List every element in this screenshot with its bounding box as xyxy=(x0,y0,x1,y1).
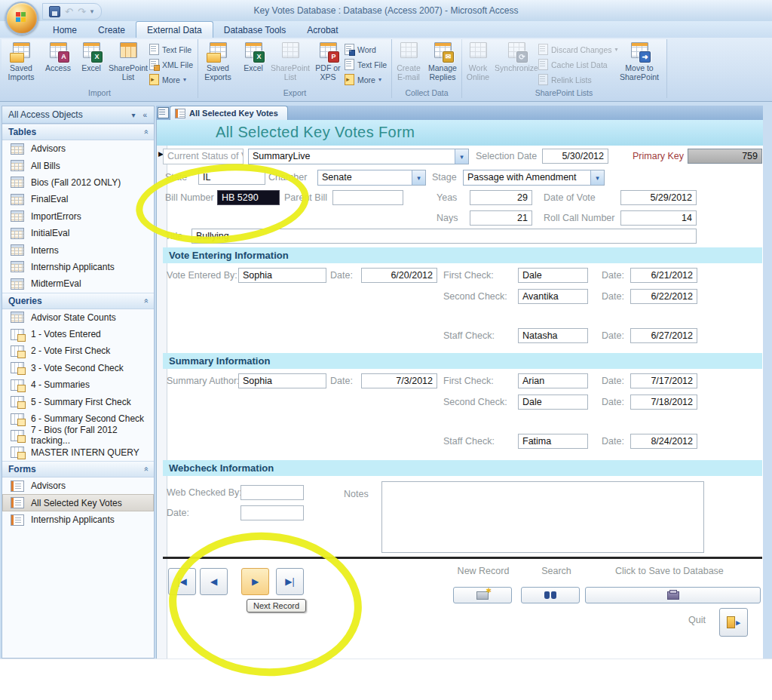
import-more-button[interactable]: More▾ xyxy=(149,74,196,85)
import-xml-file-button[interactable]: XML File xyxy=(149,59,196,70)
quit-button[interactable]: ▸ xyxy=(719,608,748,637)
summary-staff-check-field[interactable]: Fatima xyxy=(518,434,588,449)
sidebar-item-all-selected-key-votes[interactable]: All Selected Key Votes xyxy=(2,494,154,511)
sidebar-item-midtermeval[interactable]: MidtermEval xyxy=(2,275,154,292)
stage-combobox[interactable]: Passage with Amendment ▾ xyxy=(463,170,605,186)
move-to-sharepoint-button[interactable]: ➜ Move to SharePoint xyxy=(617,40,662,81)
record-selector-bar[interactable]: ▶ xyxy=(157,146,167,659)
sidebar-item-summaries[interactable]: 4 - Summaries xyxy=(2,376,154,393)
date-of-vote-field[interactable]: 5/29/2012 xyxy=(620,190,697,205)
summary-second-check-field[interactable]: Dale xyxy=(518,395,588,410)
vote-staff-check-date-field[interactable]: 6/27/2012 xyxy=(630,328,697,343)
chevron-down-icon[interactable]: ▾ xyxy=(455,149,468,164)
sidebar-item-interns[interactable]: Interns xyxy=(2,241,154,258)
parent-bill-field[interactable] xyxy=(332,190,403,205)
office-button[interactable] xyxy=(5,2,38,35)
summary-first-check-field[interactable]: Arian xyxy=(518,373,588,388)
saved-imports-button[interactable]: Saved Imports xyxy=(2,40,41,81)
group-label-import[interactable]: Import xyxy=(2,88,198,97)
next-record-button[interactable]: ▶ xyxy=(241,568,269,595)
sidebar-item-initialeval[interactable]: InitialEval xyxy=(2,225,154,241)
form-selector-icon[interactable] xyxy=(158,107,169,118)
sidebar-item-master-intern-query[interactable]: MASTER INTERN QUERY xyxy=(2,444,154,461)
vote-first-check-date-field[interactable]: 6/21/2012 xyxy=(630,268,697,283)
tab-database-tools[interactable]: Database Tools xyxy=(213,22,297,38)
chevron-down-icon[interactable]: ▾ xyxy=(412,170,425,185)
export-excel-button[interactable]: X Excel xyxy=(237,40,269,72)
sidebar-item-internship-applicants-form[interactable]: Internship Applicants xyxy=(2,511,154,528)
export-more-button[interactable]: More▾ xyxy=(345,74,388,85)
undo-icon[interactable]: ↶ xyxy=(65,7,73,17)
sidebar-item-internship-applicants-table[interactable]: Internship Applicants xyxy=(2,259,154,275)
save-icon[interactable] xyxy=(49,6,60,17)
import-access-button[interactable]: A Access xyxy=(41,40,75,72)
new-record-button[interactable] xyxy=(453,587,512,603)
import-text-file-button[interactable]: Text File xyxy=(149,44,196,55)
shutter-close-icon[interactable]: « xyxy=(139,111,151,119)
tab-home[interactable]: Home xyxy=(42,22,87,38)
current-status-combobox[interactable]: SummaryLive ▾ xyxy=(248,149,469,164)
tab-acrobat[interactable]: Acrobat xyxy=(296,22,348,38)
sidebar-item-advisors-form[interactable]: Advisors xyxy=(2,477,154,494)
summary-first-check-date-field[interactable]: 7/17/2012 xyxy=(630,373,697,388)
state-field[interactable]: IL xyxy=(198,170,265,185)
sidebar-item-finaleval[interactable]: FinalEval xyxy=(2,191,154,207)
nays-field[interactable]: 21 xyxy=(470,210,532,226)
search-button[interactable] xyxy=(521,587,580,603)
selection-date-field[interactable]: 5/30/2012 xyxy=(542,149,608,164)
chevron-down-icon[interactable]: ▾ xyxy=(590,170,604,185)
saved-exports-button[interactable]: Saved Exports xyxy=(198,40,237,81)
sidebar-item-bios-fall-2012[interactable]: 7 - Bios (for Fall 2012 tracking... xyxy=(2,427,154,444)
sidebar-item-votes-entered[interactable]: 1 - Votes Entered xyxy=(2,326,154,342)
webcheck-date-field[interactable] xyxy=(240,505,304,520)
vote-second-check-field[interactable]: Avantika xyxy=(518,289,588,304)
export-text-file-button[interactable]: Text File xyxy=(345,59,388,70)
notes-field[interactable] xyxy=(381,481,704,553)
previous-record-button[interactable]: ◀ xyxy=(200,568,228,595)
import-sharepoint-list-button[interactable]: SharePoint List xyxy=(107,40,149,81)
sidebar-item-vote-first-check[interactable]: 2 - Vote First Check xyxy=(2,342,154,359)
vote-entered-date-field[interactable]: 6/20/2012 xyxy=(361,268,437,283)
export-pdf-xps-button[interactable]: P PDF or XPS xyxy=(311,40,345,81)
roll-call-number-field[interactable]: 14 xyxy=(620,210,697,226)
sidebar-item-all-bills[interactable]: All Bills xyxy=(2,157,154,173)
sidebar-item-importerrors[interactable]: ImportErrors xyxy=(2,208,154,225)
chamber-combobox[interactable]: Senate ▾ xyxy=(317,170,426,186)
vote-staff-check-field[interactable]: Natasha xyxy=(518,328,588,343)
save-to-database-button[interactable] xyxy=(585,587,761,603)
vote-second-check-date-field[interactable]: 6/22/2012 xyxy=(630,289,697,304)
qat-customize-icon[interactable]: ▾ xyxy=(90,8,94,15)
nav-section-queries[interactable]: Queries » xyxy=(2,293,154,309)
redo-icon[interactable]: ↷ xyxy=(78,7,86,17)
tab-all-selected-key-votes[interactable]: All Selected Key Votes xyxy=(170,106,288,120)
import-excel-button[interactable]: X Excel xyxy=(75,40,107,72)
summary-second-check-date-field[interactable]: 7/18/2012 xyxy=(630,395,697,410)
nav-section-tables[interactable]: Tables » xyxy=(2,124,154,140)
export-word-button[interactable]: Word xyxy=(345,44,388,55)
sidebar-item-advisor-state-counts[interactable]: Advisor State Counts xyxy=(2,309,154,326)
summary-date-field[interactable]: 7/3/2012 xyxy=(361,373,437,388)
bill-number-field[interactable]: HB 5290 xyxy=(217,190,280,205)
sidebar-item-summary-first-check[interactable]: 5 - Summary First Check xyxy=(2,393,154,410)
tab-create[interactable]: Create xyxy=(87,22,136,38)
tab-external-data[interactable]: External Data xyxy=(136,21,213,38)
vote-first-check-field[interactable]: Dale xyxy=(518,268,588,283)
yeas-field[interactable]: 29 xyxy=(470,190,532,205)
sidebar-item-advisors-table[interactable]: Advisors xyxy=(2,140,154,157)
nav-section-forms[interactable]: Forms » xyxy=(2,461,154,477)
group-label-sharepoint-lists[interactable]: SharePoint Lists xyxy=(461,88,666,97)
group-label-collect-data[interactable]: Collect Data xyxy=(392,88,461,97)
title-field[interactable]: Bullying xyxy=(191,229,697,244)
sidebar-item-bios[interactable]: Bios (Fall 2012 ONLY) xyxy=(2,174,154,191)
summary-staff-check-date-field[interactable]: 8/24/2012 xyxy=(630,434,697,449)
nav-menu-icon[interactable]: ▾ xyxy=(127,111,139,119)
group-label-export[interactable]: Export xyxy=(198,88,391,97)
summary-author-field[interactable]: Sophia xyxy=(238,373,326,388)
first-record-button[interactable]: |◀ xyxy=(168,568,196,595)
vote-entered-by-field[interactable]: Sophia xyxy=(238,268,326,283)
sidebar-item-vote-second-check[interactable]: 3 - Vote Second Check xyxy=(2,360,154,376)
web-checked-by-field[interactable] xyxy=(240,485,304,500)
manage-replies-button[interactable]: ✉ Manage Replies xyxy=(425,40,460,81)
nav-pane-header[interactable]: All Access Objects ▾ « xyxy=(2,106,154,124)
last-record-button[interactable]: ▶| xyxy=(276,568,304,595)
